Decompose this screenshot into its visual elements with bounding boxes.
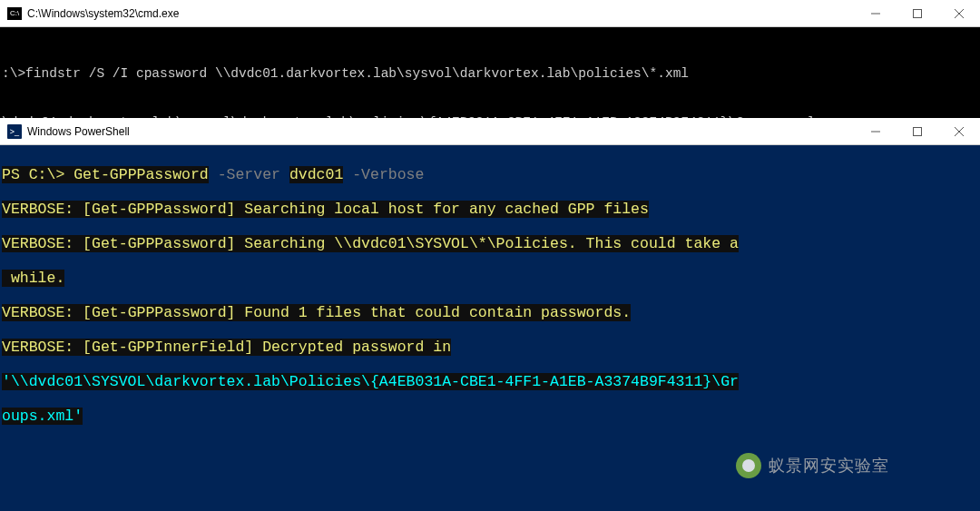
verbose-filepath: '\\dvdc01\SYSVOL\darkvortex.lab\Policies… [2,373,739,390]
maximize-button[interactable] [897,118,938,145]
ps-verbose-4: VERBOSE: [Get-GPPInnerField] Decrypted p… [2,339,978,356]
cmd-titlebar[interactable]: C:\ C:\Windows\system32\cmd.exe [0,0,980,27]
ps-cmdlet: Get-GPPPassword [74,166,209,183]
close-button[interactable] [938,118,980,145]
ps-prompt: PS C:\> [2,166,74,183]
ps-blank [2,442,978,459]
cmd-line-1: :\>findstr /S /I cpassword \\dvdc01.dark… [2,65,978,82]
close-button[interactable] [938,0,980,27]
ps-value-server: dvdc01 [289,166,343,183]
ps-verbose-5a: '\\dvdc01\SYSVOL\darkvortex.lab\Policies… [2,373,978,390]
ps-titlebar[interactable]: >_ Windows PowerShell [0,118,980,145]
verbose-label: VERBOSE: [2,339,74,356]
ps-param-verbose: -Verbose [343,166,424,183]
powershell-icon: >_ [7,124,22,139]
cmd-window-controls [855,0,980,27]
verbose-text: while. [2,270,64,287]
cmd-title: C:\Windows\system32\cmd.exe [27,7,179,20]
ps-verbose-5b: oups.xml' [2,408,978,425]
ps-title: Windows PowerShell [27,125,130,138]
verbose-filepath: oups.xml' [2,408,83,425]
ps-verbose-1: VERBOSE: [Get-GPPPassword] Searching loc… [2,201,978,218]
verbose-text: [Get-GPPPassword] Searching \\dvdc01\SYS… [74,235,739,252]
ps-terminal-body[interactable]: PS C:\> Get-GPPPassword -Server dvdc01 -… [0,145,980,511]
cmd-icon: C:\ [7,7,22,20]
ps-verbose-2a: VERBOSE: [Get-GPPPassword] Searching \\d… [2,235,978,252]
verbose-text: [Get-GPPPassword] Searching local host f… [74,201,649,218]
powershell-window: >_ Windows PowerShell PS C:\> Get-GPPPas… [0,118,980,511]
ps-titlebar-left: >_ Windows PowerShell [7,124,130,139]
verbose-label: VERBOSE: [2,235,74,252]
ps-verbose-3: VERBOSE: [Get-GPPPassword] Found 1 files… [2,304,978,321]
verbose-text: [Get-GPPInnerField] Decrypted password i… [74,339,451,356]
svg-rect-1 [914,9,922,17]
ps-verbose-2b: while. [2,270,978,287]
minimize-button[interactable] [855,0,897,27]
svg-rect-5 [914,127,922,135]
verbose-label: VERBOSE: [2,304,74,321]
verbose-label: VERBOSE: [2,201,74,218]
ps-window-controls [855,118,980,145]
cmd-prompt: :\> [2,66,25,81]
cmd-command: findstr /S /I cpassword \\dvdc01.darkvor… [25,66,689,81]
cmd-titlebar-left: C:\ C:\Windows\system32\cmd.exe [7,7,179,20]
minimize-button[interactable] [855,118,897,145]
ps-blank [2,477,978,494]
maximize-button[interactable] [897,0,938,27]
ps-command-line: PS C:\> Get-GPPPassword -Server dvdc01 -… [2,166,978,183]
verbose-text: [Get-GPPPassword] Found 1 files that cou… [74,304,631,321]
ps-param-server: -Server [209,166,289,183]
